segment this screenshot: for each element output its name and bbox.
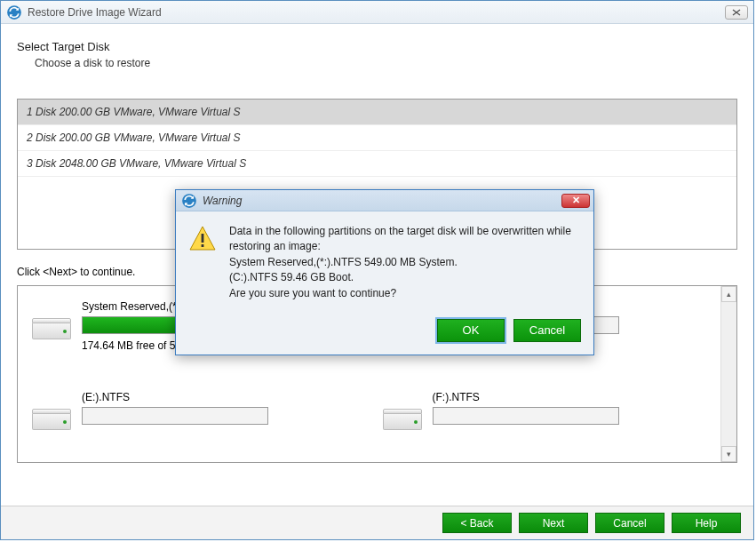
- warning-icon: [188, 224, 217, 301]
- disk-row-label: 1 Disk 200.00 GB VMware, VMware Virtual …: [27, 106, 241, 118]
- dialog-close-button[interactable]: ✕: [561, 194, 590, 208]
- dialog-body: Data in the following partitions on the …: [176, 211, 593, 314]
- scroll-down-button[interactable]: ▾: [721, 446, 736, 462]
- partition-item: (F:).NTFS: [383, 391, 707, 448]
- svg-rect-3: [202, 244, 204, 247]
- titlebar: Restore Drive Image Wizard: [1, 1, 753, 24]
- partition-label: (F:).NTFS: [433, 391, 707, 403]
- back-button[interactable]: < Back: [442, 513, 512, 533]
- disk-row[interactable]: 1 Disk 200.00 GB VMware, VMware Virtual …: [18, 100, 736, 125]
- page-subtitle: Choose a disk to restore: [35, 57, 737, 69]
- svg-rect-2: [202, 234, 204, 243]
- dialog-line: (C:).NTFS 59.46 GB Boot.: [229, 270, 577, 285]
- scroll-track[interactable]: [721, 302, 736, 446]
- dialog-buttons: OK Cancel: [176, 314, 593, 355]
- disk-row[interactable]: 3 Disk 2048.00 GB VMware, VMware Virtual…: [18, 151, 736, 177]
- help-button[interactable]: Help: [672, 513, 741, 533]
- cancel-button[interactable]: Cancel: [595, 513, 664, 533]
- disk-icon: [383, 409, 422, 435]
- disk-row-label: 3 Disk 2048.00 GB VMware, VMware Virtual…: [27, 157, 246, 170]
- disk-icon: [32, 318, 71, 345]
- dialog-ok-button[interactable]: OK: [437, 319, 505, 342]
- scroll-up-button[interactable]: ▴: [721, 286, 736, 302]
- next-button[interactable]: Next: [519, 513, 588, 533]
- app-icon: [6, 4, 22, 20]
- disk-row-label: 2 Disk 200.00 GB VMware, VMware Virtual …: [27, 132, 241, 144]
- wizard-window: Restore Drive Image Wizard Select Target…: [0, 0, 754, 540]
- app-icon: [181, 193, 197, 209]
- dialog-title: Warning: [203, 195, 561, 207]
- disk-row[interactable]: 2 Disk 200.00 GB VMware, VMware Virtual …: [18, 125, 736, 151]
- usage-bar: [82, 407, 268, 425]
- window-title: Restore Drive Image Wizard: [28, 6, 725, 19]
- page-title: Select Target Disk: [17, 40, 737, 53]
- disk-icon: [32, 409, 71, 435]
- dialog-line: Are you sure you want to continue?: [229, 286, 577, 301]
- dialog-line: Data in the following partitions on the …: [229, 224, 577, 255]
- window-close-button[interactable]: [725, 5, 748, 20]
- usage-bar: [433, 407, 619, 425]
- dialog-titlebar: Warning ✕: [176, 190, 593, 211]
- scrollbar-vertical[interactable]: ▴ ▾: [720, 286, 736, 462]
- dialog-cancel-button[interactable]: Cancel: [513, 319, 581, 342]
- divider: [17, 82, 737, 83]
- dialog-line: System Reserved,(*:).NTFS 549.00 MB Syst…: [229, 255, 577, 270]
- partition-item: (E:).NTFS: [32, 391, 356, 448]
- warning-dialog: Warning ✕ Data in the following partitio…: [175, 189, 594, 355]
- dialog-message: Data in the following partitions on the …: [229, 224, 577, 301]
- wizard-footer: < Back Next Cancel Help: [1, 506, 753, 539]
- partition-label: (E:).NTFS: [82, 391, 356, 403]
